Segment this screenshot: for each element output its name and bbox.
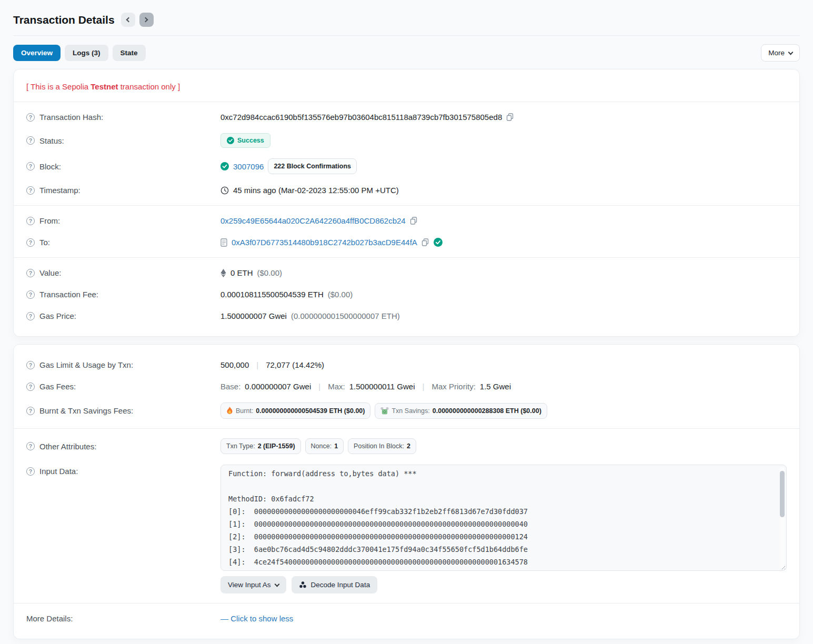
value-row: ? Value: 0 ETH ($0.00) [26,262,787,284]
label-text: Burnt & Txn Savings Fees: [39,406,133,415]
burnt-savings-label: ? Burnt & Txn Savings Fees: [26,406,220,415]
check-circle-icon [220,162,229,170]
position-in-block-badge: Position In Block: 2 [348,438,416,454]
help-icon[interactable]: ? [26,467,35,476]
block-confirmations-badge: 222 Block Confirmations [268,158,357,174]
label-text: Status: [39,136,64,145]
chevron-right-icon [143,17,148,23]
help-icon[interactable]: ? [26,162,35,170]
label-text: Gas Limit & Usage by Txn: [39,360,133,369]
fee-usd: ($0.00) [328,290,353,299]
label-text: Other Attributes: [39,442,96,451]
transaction-fee-row: ? Transaction Fee: 0.000108115500504539 … [26,284,787,305]
label-text: Gas Fees: [39,382,76,391]
txn-savings-badge: Txn Savings: 0.000000000000288308 ETH ($… [375,403,547,419]
divider [14,257,799,258]
input-data-content: Function: forward(address to,bytes data)… [228,467,774,571]
copy-icon [506,113,514,121]
nonce-label: Nonce: [311,442,332,450]
overview-card: [ This is a Sepolia Testnet transaction … [13,69,800,337]
separator: | [318,382,320,391]
status-badge: Success [220,133,270,148]
scrollbar-thumb[interactable] [780,471,785,517]
copy-to-address-button[interactable] [421,238,429,246]
scrollbar-track[interactable] [780,467,785,569]
help-icon[interactable]: ? [26,312,35,320]
details-card: ? Gas Limit & Usage by Txn: 500,000 | 72… [13,344,800,639]
help-icon[interactable]: ? [26,136,35,145]
value-amount: 0 ETH [230,268,253,277]
clock-icon [220,186,229,195]
input-data-textarea[interactable]: Function: forward(address to,bytes data)… [220,465,787,571]
max-priority-label: Max Priority: [431,382,475,391]
copy-tx-hash-button[interactable] [506,113,514,121]
more-details-row: More Details: — Click to show less [26,608,787,629]
nonce-value: 1 [334,442,338,450]
prev-txn-button[interactable] [121,13,135,27]
timestamp-value: 45 mins ago (Mar-02-2023 12:55:00 PM +UT… [233,186,399,195]
more-dropdown-button[interactable]: More [761,44,800,62]
decode-icon [299,581,307,589]
block-number-link[interactable]: 3007096 [233,162,264,171]
tab-logs[interactable]: Logs (3) [65,45,108,61]
help-icon[interactable]: ? [26,383,35,391]
value-label: ? Value: [26,268,220,277]
contract-file-icon [220,238,227,247]
base-fee-label: Base: [220,382,240,391]
to-address-link[interactable]: 0xA3f07D6773514480b918C2742b027b3acD9E44… [232,238,417,247]
label-text: To: [39,238,50,247]
value-usd: ($0.00) [257,268,283,277]
eth-icon [220,269,226,277]
help-icon[interactable]: ? [26,442,35,450]
transaction-fee-label: ? Transaction Fee: [26,290,220,299]
check-circle-icon [227,137,234,144]
txn-savings-value: 0.000000000000288308 ETH ($0.00) [433,407,541,415]
help-icon[interactable]: ? [26,407,35,415]
help-icon[interactable]: ? [26,186,35,195]
position-label: Position In Block: [354,442,404,450]
verified-contract-check-icon [434,238,443,247]
to-row: ? To: 0xA3f07D6773514480b918C2742b027b3a… [26,232,787,253]
help-icon[interactable]: ? [26,238,35,247]
label-text: Timestamp: [39,186,81,195]
tab-state[interactable]: State [113,45,146,61]
help-icon[interactable]: ? [26,269,35,277]
status-label: ? Status: [26,136,220,145]
txn-nav-buttons [121,13,154,27]
money-wings-icon [380,407,389,415]
label-text: Value: [39,268,61,277]
block-label: ? Block: [26,162,220,171]
next-txn-button[interactable] [139,13,154,27]
chevron-left-icon [126,17,132,23]
gas-limit-row: ? Gas Limit & Usage by Txn: 500,000 | 72… [26,354,787,376]
help-icon[interactable]: ? [26,361,35,369]
input-data-row: ? Input Data: Function: forward(address … [26,459,787,599]
help-icon[interactable]: ? [26,290,35,299]
decode-input-data-button[interactable]: Decode Input Data [292,576,378,593]
label-text: Input Data: [39,467,78,476]
help-icon[interactable]: ? [26,217,35,225]
nonce-badge: Nonce: 1 [305,438,344,454]
max-priority-value: 1.5 Gwei [480,382,511,391]
copy-icon [410,217,418,225]
tab-overview[interactable]: Overview [13,45,61,61]
help-icon[interactable]: ? [26,113,35,122]
tabs: Overview Logs (3) State [13,45,146,61]
timestamp-label: ? Timestamp: [26,186,220,195]
other-attributes-row: ? Other Attributes: Txn Type: 2 (EIP-155… [26,433,787,459]
more-label: More [768,49,785,57]
txn-type-label: Txn Type: [226,442,255,450]
burnt-label-text: Burnt: [236,407,253,415]
decode-label: Decode Input Data [311,581,370,589]
from-address-link[interactable]: 0x259c49E65644a020C2A642260a4ffB0CD862cb… [220,216,406,225]
copy-from-address-button[interactable] [410,217,418,225]
gas-fees-row: ? Gas Fees: Base: 0.000000007 Gwei | Max… [26,376,787,397]
show-less-link[interactable]: — Click to show less [220,614,293,623]
warning-prefix: [ This is a Sepolia [26,82,91,91]
txn-type-value: 2 (EIP-1559) [258,442,295,450]
gas-limit-label: ? Gas Limit & Usage by Txn: [26,360,220,369]
warning-bold: Testnet [91,82,118,91]
separator: | [423,382,425,391]
status-badge-text: Success [237,137,264,144]
view-input-as-button[interactable]: View Input As [220,576,286,593]
